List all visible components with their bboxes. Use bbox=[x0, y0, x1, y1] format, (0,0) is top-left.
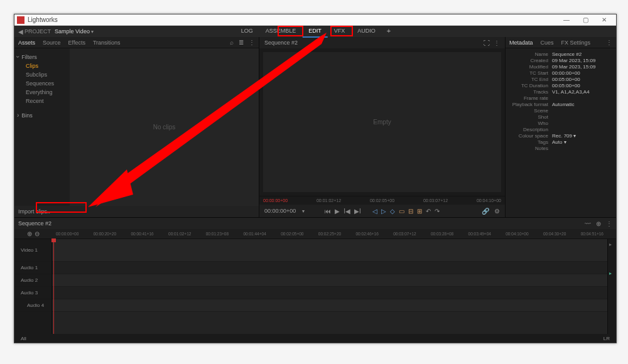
metadata-tab[interactable]: Metadata bbox=[509, 40, 533, 46]
cues-tab[interactable]: Cues bbox=[541, 40, 554, 46]
waveform-icon[interactable]: 〰 bbox=[585, 220, 591, 227]
tree-item-clips[interactable]: Clips bbox=[17, 62, 67, 70]
mode-tab-log[interactable]: LOG bbox=[235, 25, 259, 38]
bins-label: Bins bbox=[21, 112, 33, 119]
link-icon[interactable]: 🔗 bbox=[482, 208, 489, 215]
tree-item-recent[interactable]: Recent bbox=[17, 97, 67, 105]
track-lane-v1[interactable] bbox=[52, 239, 607, 262]
ruler-tick: 00:00:20+20 bbox=[94, 232, 116, 236]
metadata-value[interactable] bbox=[552, 127, 612, 132]
metadata-value[interactable] bbox=[552, 120, 612, 126]
metadata-value[interactable]: 09 Mar 2023, 15:09 bbox=[552, 64, 612, 70]
track-lane-a2[interactable] bbox=[52, 274, 607, 287]
metadata-value[interactable]: 09 Mar 2023, 15:09 bbox=[552, 58, 612, 63]
timeline-settings-icon[interactable]: ⊕ bbox=[596, 220, 601, 227]
track-label-a4[interactable]: Audio 4 bbox=[14, 299, 51, 312]
mode-tab-audio[interactable]: AUDIO bbox=[351, 25, 382, 38]
mode-tab-edit[interactable]: EDIT bbox=[302, 25, 328, 38]
metadata-value[interactable] bbox=[552, 114, 612, 120]
track-lane-a4[interactable] bbox=[52, 299, 607, 312]
current-timecode[interactable]: 00:00:00+00 bbox=[264, 208, 296, 214]
track-lane-a1[interactable] bbox=[52, 262, 607, 274]
settings-icon[interactable]: ⚙ bbox=[494, 208, 500, 215]
zoom-in-icon[interactable]: ⊕ bbox=[27, 230, 32, 237]
track-lane-a3[interactable] bbox=[52, 287, 607, 299]
step-fwd-icon[interactable]: ▶I bbox=[354, 208, 361, 215]
cue-icon[interactable]: ◇ bbox=[390, 208, 395, 215]
zoom-out-icon[interactable]: ⊖ bbox=[35, 230, 40, 237]
metadata-key: Who bbox=[509, 120, 552, 126]
main-area: Assets Source Effects Transitions ⌕ ≣ ⋮ … bbox=[14, 37, 616, 217]
audio-lr-label[interactable]: LR bbox=[604, 336, 610, 341]
viewer-canvas[interactable]: Empty bbox=[263, 52, 501, 192]
mode-tab-add[interactable]: + bbox=[382, 25, 396, 38]
mark-out-icon[interactable]: ▷ bbox=[381, 208, 386, 215]
undo-icon[interactable]: ↶ bbox=[426, 208, 431, 215]
track-label-v1[interactable]: Video 1 bbox=[14, 239, 51, 262]
timeline-tracks[interactable] bbox=[52, 239, 607, 334]
metadata-value[interactable]: Auto ▾ bbox=[552, 139, 612, 145]
panel-menu-icon[interactable]: ⋮ bbox=[249, 39, 255, 46]
metadata-value[interactable] bbox=[552, 146, 612, 151]
skip-back-icon[interactable]: ⏮ bbox=[325, 208, 331, 215]
metadata-key: Scene bbox=[509, 108, 552, 114]
filters-group[interactable]: Filters bbox=[17, 53, 67, 60]
remove-icon[interactable]: ▭ bbox=[399, 208, 404, 215]
playhead[interactable] bbox=[53, 239, 54, 334]
metadata-value[interactable]: Rec. 709 ▾ bbox=[552, 133, 612, 139]
metadata-value[interactable]: Automatic bbox=[552, 102, 612, 107]
metadata-value[interactable]: Sequence #2 bbox=[552, 51, 612, 57]
assets-tab[interactable]: Assets bbox=[18, 40, 35, 46]
ruler-tick: 00:02:05+00 bbox=[281, 232, 303, 236]
mode-tab-vfx[interactable]: VFX bbox=[328, 25, 352, 38]
tc-dropdown-icon[interactable]: ▾ bbox=[302, 208, 305, 214]
close-button[interactable]: ✕ bbox=[595, 16, 614, 23]
mark-in-icon[interactable]: ◁ bbox=[372, 208, 377, 215]
back-icon[interactable]: ◀ bbox=[18, 28, 23, 35]
maximize-button[interactable]: ▢ bbox=[576, 16, 595, 23]
viewer-tc-1: 00:01:02+12 bbox=[317, 198, 341, 203]
fx-tab[interactable]: FX Settings bbox=[561, 40, 591, 46]
viewer-ruler[interactable]: 00:00:00+00 00:01:02+12 00:02:05+00 00:0… bbox=[259, 196, 505, 205]
metadata-value[interactable]: V1, A1,A2,A3,A4 bbox=[552, 89, 612, 95]
minimize-button[interactable]: — bbox=[557, 16, 576, 23]
meta-menu-icon[interactable]: ⋮ bbox=[606, 39, 612, 46]
redo-icon[interactable]: ↷ bbox=[435, 208, 440, 215]
viewer-menu-icon[interactable]: ⋮ bbox=[494, 40, 500, 46]
list-view-icon[interactable]: ≣ bbox=[239, 39, 244, 46]
project-name[interactable]: Sample Video bbox=[55, 28, 90, 35]
metadata-row: Modified09 Mar 2023, 15:09 bbox=[509, 64, 612, 70]
metadata-value[interactable]: 00:05:00+00 bbox=[552, 77, 612, 82]
timeline-ruler[interactable]: 00:00:00+0000:00:20+2000:00:41+1600:01:0… bbox=[52, 229, 607, 238]
mode-tab-assemble[interactable]: ASSEMBLE bbox=[259, 25, 303, 38]
replace-icon[interactable]: ⊞ bbox=[417, 208, 422, 215]
fullscreen-icon[interactable]: ⛶ bbox=[484, 40, 490, 46]
effects-tab[interactable]: Effects bbox=[68, 40, 85, 46]
track-all-label[interactable]: All bbox=[21, 336, 26, 341]
ruler-tick: 00:03:49+04 bbox=[468, 232, 491, 236]
track-label-a2[interactable]: Audio 2 bbox=[14, 274, 51, 287]
metadata-value[interactable]: 00:00:00+00 bbox=[552, 70, 612, 76]
dropdown-icon[interactable]: ▾ bbox=[91, 29, 94, 35]
metadata-value[interactable]: 00:05:00+00 bbox=[552, 83, 612, 88]
source-tab[interactable]: Source bbox=[43, 40, 61, 46]
delete-icon[interactable]: ⊟ bbox=[408, 208, 413, 215]
metadata-key: Name bbox=[509, 51, 552, 57]
metadata-row: NameSequence #2 bbox=[509, 51, 612, 57]
tree-item-sequences[interactable]: Sequences bbox=[17, 79, 67, 88]
transitions-tab[interactable]: Transitions bbox=[93, 40, 121, 46]
play-icon[interactable]: ▶ bbox=[335, 208, 340, 215]
timeline-side-controls[interactable]: ▸ ▸ bbox=[607, 239, 616, 334]
search-icon[interactable]: ⌕ bbox=[230, 39, 234, 46]
timeline-menu-icon[interactable]: ⋮ bbox=[606, 220, 612, 227]
bins-group[interactable]: Bins bbox=[17, 112, 67, 119]
track-label-a3[interactable]: Audio 3 bbox=[14, 287, 51, 299]
tree-item-subclips[interactable]: Subclips bbox=[17, 70, 67, 79]
tree-item-everything[interactable]: Everything bbox=[17, 88, 67, 97]
metadata-value[interactable] bbox=[552, 108, 612, 114]
import-clips-button[interactable]: Import clips.. bbox=[18, 208, 50, 215]
metadata-row: Scene bbox=[509, 108, 612, 114]
metadata-value[interactable] bbox=[552, 95, 612, 101]
step-back-icon[interactable]: I◀ bbox=[344, 208, 350, 215]
track-label-a1[interactable]: Audio 1 bbox=[14, 262, 51, 274]
